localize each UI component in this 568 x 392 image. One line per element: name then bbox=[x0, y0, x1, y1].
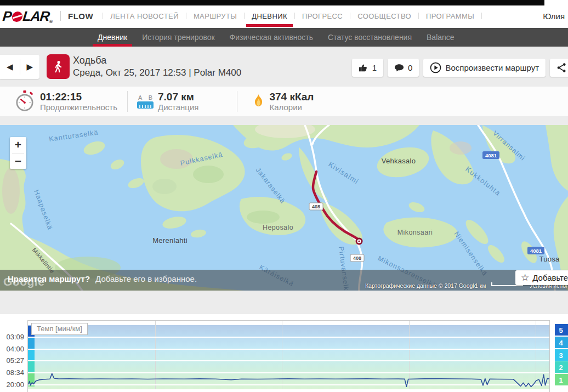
activity-title: Ходьба bbox=[73, 54, 241, 66]
chart-zone-background bbox=[28, 325, 550, 389]
user-menu[interactable]: Юлия bbox=[543, 12, 568, 21]
spacer bbox=[0, 116, 568, 125]
nav-item-progress[interactable]: ПРОГРЕСС bbox=[301, 5, 344, 26]
next-session-button[interactable]: ▶ bbox=[20, 55, 40, 79]
nav-item-feed[interactable]: ЛЕНТА НОВОСТЕЙ bbox=[109, 5, 180, 26]
svg-text:Mikonsaari: Mikonsaari bbox=[397, 229, 433, 236]
thumbs-up-icon bbox=[359, 63, 368, 72]
subnav-item-diary[interactable]: Дневник bbox=[98, 28, 127, 47]
svg-text:408: 408 bbox=[353, 255, 361, 261]
zoom-in-button[interactable]: + bbox=[10, 137, 26, 153]
svg-text:Heposalo: Heposalo bbox=[263, 224, 293, 231]
flow-wordmark[interactable]: FLOW bbox=[68, 12, 93, 21]
svg-text:4: 4 bbox=[559, 339, 563, 347]
summary-stats: 01:22:15 Продолжительность A B 7.07 км Д… bbox=[0, 87, 568, 116]
distance-ab-icon: A B bbox=[137, 94, 154, 109]
route-map[interactable]: Kantturaselkä Pulkkaselkä Jakaraselkä Ki… bbox=[0, 125, 568, 291]
subnav-item-training-history[interactable]: История тренировок bbox=[142, 28, 214, 47]
map-attribution: Картографические данные © 2017 Google bbox=[365, 282, 478, 289]
map-zoom-control: + − bbox=[10, 137, 26, 169]
polar-logo[interactable]: PLAR® bbox=[2, 8, 53, 24]
pace-chart-panel: 5 4 3 2 1 03:09 04:00 05:27 08:34 20:00 … bbox=[0, 314, 568, 392]
nav-separator bbox=[418, 13, 419, 19]
map-canvas: Kantturaselkä Pulkkaselkä Jakaraselkä Ki… bbox=[0, 125, 568, 291]
stopwatch-icon bbox=[14, 90, 35, 113]
svg-text:5: 5 bbox=[559, 326, 563, 334]
spacer bbox=[0, 291, 568, 314]
y-tick: 05:27 bbox=[0, 356, 24, 365]
svg-text:2: 2 bbox=[559, 363, 563, 372]
polar-logo-o-icon bbox=[12, 12, 23, 22]
nav-separator bbox=[294, 13, 295, 19]
zoom-out-button[interactable]: − bbox=[10, 154, 26, 169]
svg-text:Merenlahti: Merenlahti bbox=[152, 236, 188, 245]
y-tick: 08:34 bbox=[0, 368, 24, 377]
activity-header: ◀ ▶ Ходьба Среда, Окт 25, 2017 12:53 | P… bbox=[0, 47, 568, 87]
distance-value: 7.07 км bbox=[158, 91, 198, 103]
top-black-strip bbox=[0, 0, 544, 5]
like-button[interactable]: 1 bbox=[352, 59, 383, 77]
logo-text-lar: LAR bbox=[22, 8, 50, 24]
play-route-label: Воспроизвести маршрут bbox=[445, 63, 539, 72]
y-tick: 03:09 bbox=[0, 333, 24, 342]
previous-session-button[interactable]: ◀ bbox=[0, 55, 20, 79]
nav-item-routes[interactable]: МАРШРУТЫ bbox=[192, 5, 238, 26]
flame-icon bbox=[253, 94, 264, 109]
calories-value: 374 кКал bbox=[269, 91, 314, 103]
y-tick: 04:00 bbox=[0, 345, 24, 354]
svg-text:1: 1 bbox=[559, 376, 563, 384]
duration-label: Продолжительность bbox=[40, 103, 117, 112]
stats-divider bbox=[127, 91, 128, 112]
marker-b-label: B bbox=[149, 94, 152, 101]
share-button[interactable] bbox=[550, 59, 568, 77]
play-route-button[interactable]: Воспроизвести маршрут bbox=[423, 59, 546, 77]
favourite-button-label: Добавьте bbox=[532, 273, 568, 282]
overlay-hint: Добавьте его в избранное. bbox=[95, 274, 197, 283]
nav-item-community[interactable]: СООБЩЕСТВО bbox=[356, 5, 412, 26]
walking-sport-icon bbox=[47, 54, 70, 79]
svg-text:4081: 4081 bbox=[530, 248, 542, 254]
activity-actions: 1 0 Воспроизвести маршрут bbox=[352, 59, 568, 77]
svg-text:408: 408 bbox=[312, 204, 320, 209]
nav-item-diary[interactable]: ДНЕВНИК bbox=[251, 5, 288, 26]
nav-separator bbox=[244, 13, 245, 19]
nav-item-programs[interactable]: ПРОГРАММЫ bbox=[425, 5, 475, 26]
y-tick: 20:00 bbox=[0, 380, 24, 389]
distance-label: Дистанция bbox=[158, 103, 198, 112]
stat-calories: 374 кКал Калории bbox=[253, 91, 314, 112]
calories-label: Калории bbox=[269, 103, 314, 112]
nav-separator bbox=[186, 13, 186, 19]
comment-button[interactable]: 0 bbox=[388, 59, 419, 77]
logo-text-p: P bbox=[2, 8, 12, 24]
svg-text:Tuosa: Tuosa bbox=[539, 255, 560, 263]
comment-bubble-icon bbox=[394, 64, 404, 72]
nav-separator bbox=[481, 13, 482, 19]
nav-separator bbox=[103, 13, 103, 19]
subnav-item-physical-activity[interactable]: Физическая активность bbox=[230, 28, 313, 47]
diary-sub-navigation: Дневник История тренировок Физическая ак… bbox=[0, 28, 568, 47]
marker-a-label: A bbox=[138, 94, 142, 101]
activity-datetime-device: Среда, Окт 25, 2017 12:53 | Polar M400 bbox=[73, 66, 241, 79]
polar-flow-page: PLAR® FLOW ЛЕНТА НОВОСТЕЙ МАРШРУТЫ ДНЕВН… bbox=[0, 0, 568, 392]
comment-count: 0 bbox=[408, 63, 412, 72]
chart-zone-scale: 5 4 3 2 1 bbox=[555, 324, 568, 385]
top-navigation: PLAR® FLOW ЛЕНТА НОВОСТЕЙ МАРШРУТЫ ДНЕВН… bbox=[0, 5, 568, 26]
add-to-favourites-button[interactable]: ☆ Добавьте bbox=[515, 270, 568, 285]
nav-separator bbox=[350, 13, 350, 19]
stat-distance: A B 7.07 км Дистанция bbox=[137, 91, 198, 112]
walking-person-icon bbox=[51, 59, 65, 75]
registered-mark: ® bbox=[49, 19, 53, 24]
svg-text:Vehkasalo: Vehkasalo bbox=[382, 157, 416, 165]
stats-divider bbox=[237, 91, 237, 112]
stat-duration: 01:22:15 Продолжительность bbox=[14, 90, 117, 113]
svg-text:3: 3 bbox=[559, 351, 563, 360]
subnav-item-recovery-status[interactable]: Статус восстановления bbox=[328, 28, 412, 47]
ruler-icon bbox=[137, 101, 154, 109]
logo-separator bbox=[60, 11, 61, 21]
map-scale-label: 1 км bbox=[475, 282, 486, 289]
activity-titles: Ходьба Среда, Окт 25, 2017 12:53 | Polar… bbox=[73, 54, 241, 79]
chart-series-legend: Темп [мин/км] bbox=[31, 323, 88, 335]
subnav-item-balance[interactable]: Balance bbox=[427, 28, 455, 47]
like-count: 1 bbox=[372, 63, 377, 72]
duration-value: 01:22:15 bbox=[40, 91, 117, 103]
